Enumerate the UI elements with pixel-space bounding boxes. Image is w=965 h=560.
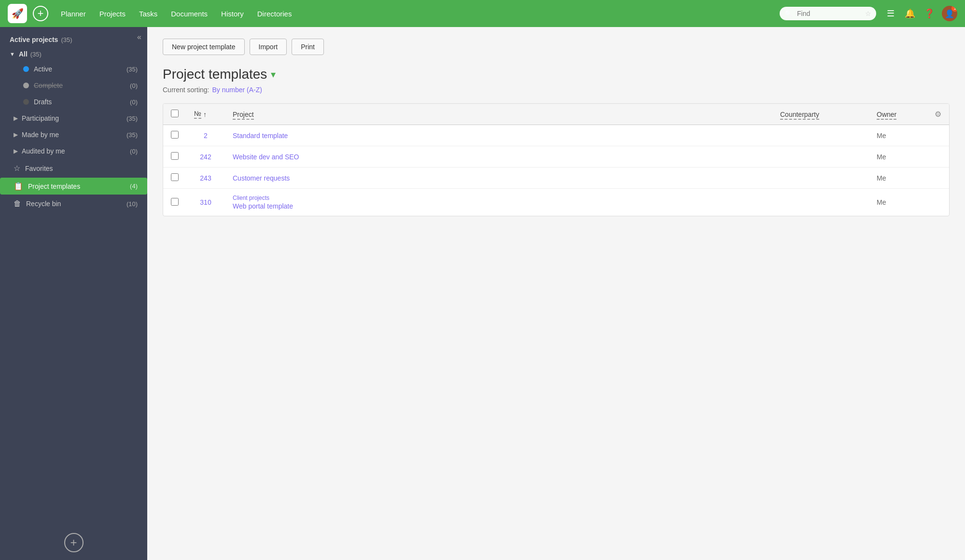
row-project-link-2[interactable]: Customer requests xyxy=(233,174,290,182)
star-icon: ☆ xyxy=(865,10,871,17)
row-counterparty-3 xyxy=(772,189,869,216)
toolbar: New project template Import Print xyxy=(163,39,950,55)
row-checkbox-3[interactable] xyxy=(171,198,179,206)
table-row: 243 Customer requests Me xyxy=(163,168,949,189)
col-checkbox xyxy=(163,104,186,125)
nav-directories[interactable]: Directories xyxy=(252,7,297,21)
sidebar-item-drafts[interactable]: Drafts (0) xyxy=(0,94,147,110)
sidebar-collapse-button[interactable]: « xyxy=(137,33,141,42)
gear-icon[interactable]: ⚙ xyxy=(935,110,941,118)
row-project-3: Client projects Web portal template xyxy=(225,189,772,216)
table-wrap: № ↑ Project Counterparty Owner xyxy=(163,103,950,216)
sidebar-item-complete[interactable]: Complete (0) xyxy=(0,78,147,93)
col-project-header: Project xyxy=(225,104,772,125)
col-num-header[interactable]: № ↑ xyxy=(186,104,225,125)
row-settings-2 xyxy=(927,168,949,189)
sidebar-add-button[interactable]: + xyxy=(64,533,84,552)
row-num-2: 243 xyxy=(186,168,225,189)
row-owner-0: Me xyxy=(869,125,927,146)
row-project-link-0[interactable]: Standard template xyxy=(233,132,288,140)
nav-projects[interactable]: Projects xyxy=(95,7,130,21)
row-settings-0 xyxy=(927,125,949,146)
row-owner-2: Me xyxy=(869,168,927,189)
sidebar-bottom: + xyxy=(64,533,84,552)
row-checkbox-1[interactable] xyxy=(171,152,179,160)
row-owner-3: Me xyxy=(869,189,927,216)
expand-participating-icon: ▶ xyxy=(14,115,18,122)
project-templates-table: № ↑ Project Counterparty Owner xyxy=(163,104,949,216)
search-wrap: 🔍 ☆ xyxy=(780,7,876,20)
page-title: Project templates xyxy=(163,67,267,82)
page-title-row: Project templates ▾ xyxy=(163,67,950,82)
recycle-bin-icon: 🗑 xyxy=(14,199,21,208)
sidebar-section-title: Active projects (35) xyxy=(0,27,147,47)
drafts-dot xyxy=(23,99,29,105)
table-row: 310 Client projects Web portal template … xyxy=(163,189,949,216)
topnav: 🚀 + Planner Projects Tasks Documents His… xyxy=(0,0,965,27)
sort-value-link[interactable]: By number (A-Z) xyxy=(212,86,262,94)
row-num-0: 2 xyxy=(186,125,225,146)
table-row: 2 Standard template Me xyxy=(163,125,949,146)
page-title-dropdown-icon[interactable]: ▾ xyxy=(271,69,276,80)
row-checkbox-0[interactable] xyxy=(171,131,179,139)
row-counterparty-1 xyxy=(772,146,869,168)
sidebar-item-active[interactable]: Active (35) xyxy=(0,61,147,77)
sidebar-item-made-by-me[interactable]: ▶ Made by me (35) xyxy=(0,127,147,142)
sidebar-item-recycle-bin[interactable]: 🗑 Recycle bin (10) xyxy=(0,196,147,212)
expand-arrow-icon: ▼ xyxy=(10,51,15,57)
sidebar-item-all[interactable]: ▼ All (35) xyxy=(0,47,147,61)
col-counterparty-header: Counterparty xyxy=(772,104,869,125)
active-dot xyxy=(23,66,29,72)
layout: « Active projects (35) ▼ All (35) Active… xyxy=(0,27,965,560)
col-settings-header: ⚙ xyxy=(927,104,949,125)
menu-icon[interactable]: ☰ xyxy=(884,7,897,20)
expand-auditedbyme-icon: ▶ xyxy=(14,148,18,154)
row-counterparty-0 xyxy=(772,125,869,146)
templates-icon: 📋 xyxy=(14,182,23,191)
row-owner-1: Me xyxy=(869,146,927,168)
row-project-2: Customer requests xyxy=(225,168,772,189)
add-button[interactable]: + xyxy=(33,6,48,21)
nav-tasks[interactable]: Tasks xyxy=(134,7,162,21)
new-project-template-button[interactable]: New project template xyxy=(163,39,245,55)
row-num-1: 242 xyxy=(186,146,225,168)
table-row: 242 Website dev and SEO Me xyxy=(163,146,949,168)
row-sub-3: Client projects xyxy=(233,195,765,201)
expand-madebyme-icon: ▶ xyxy=(14,131,18,138)
print-button[interactable]: Print xyxy=(292,39,324,55)
col-owner-header: Owner xyxy=(869,104,927,125)
sort-label: Current sorting: xyxy=(163,86,209,94)
import-button[interactable]: Import xyxy=(250,39,287,55)
row-project-1: Website dev and SEO xyxy=(225,146,772,168)
row-checkbox-2[interactable] xyxy=(171,173,179,181)
row-settings-3 xyxy=(927,189,949,216)
row-settings-1 xyxy=(927,146,949,168)
bell-icon[interactable]: 🔔 xyxy=(903,7,917,20)
logo-icon: 🚀 xyxy=(8,4,27,23)
row-project-0: Standard template xyxy=(225,125,772,146)
complete-dot xyxy=(23,83,29,88)
nav-documents[interactable]: Documents xyxy=(166,7,212,21)
star-icon: ☆ xyxy=(14,164,20,173)
avatar[interactable]: 👤 1 xyxy=(942,6,957,21)
sidebar-item-participating[interactable]: ▶ Participating (35) xyxy=(0,111,147,126)
row-counterparty-2 xyxy=(772,168,869,189)
sidebar-item-favorites[interactable]: ☆ Favorites xyxy=(0,160,147,177)
search-input[interactable] xyxy=(780,7,876,20)
sort-row: Current sorting: By number (A-Z) xyxy=(163,86,950,94)
help-icon[interactable]: ❓ xyxy=(923,7,936,20)
main-content: New project template Import Print Projec… xyxy=(147,27,965,560)
row-num-3: 310 xyxy=(186,189,225,216)
nav-planner[interactable]: Planner xyxy=(56,7,91,21)
select-all-checkbox[interactable] xyxy=(171,110,179,117)
row-project-link-1[interactable]: Website dev and SEO xyxy=(233,153,299,161)
sidebar-item-project-templates[interactable]: 📋 Project templates (4) xyxy=(0,178,147,195)
nav-history[interactable]: History xyxy=(216,7,249,21)
topnav-icons: ☰ 🔔 ❓ 👤 1 xyxy=(884,6,957,21)
row-project-link-3[interactable]: Web portal template xyxy=(233,202,293,210)
sort-arrow-icon: ↑ xyxy=(203,111,207,118)
sidebar-item-audited-by-me[interactable]: ▶ Audited by me (0) xyxy=(0,143,147,159)
sidebar: « Active projects (35) ▼ All (35) Active… xyxy=(0,27,147,560)
avatar-badge: 1 xyxy=(951,6,957,12)
